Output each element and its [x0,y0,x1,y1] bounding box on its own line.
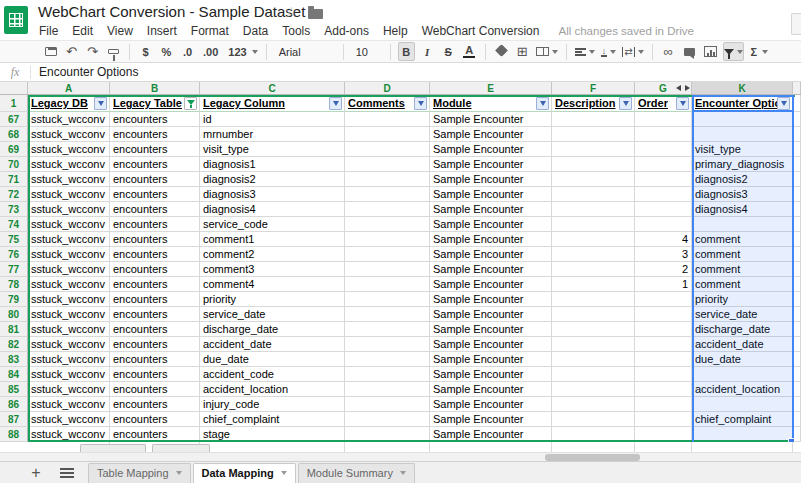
menu-add-ons[interactable]: Add-ons [317,24,376,38]
cell-d85[interactable] [345,382,430,397]
cell-c72[interactable]: diagnosis3 [200,187,345,202]
column-header-f[interactable]: F [552,82,635,94]
sheet-tab-data-mapping[interactable]: Data Mapping [193,463,296,483]
cell-g83[interactable] [635,352,692,367]
cell-f67[interactable] [552,112,635,127]
cell-a87[interactable]: sstuck_wcconv [28,412,110,427]
cell-f86[interactable] [552,397,635,412]
cell-f87[interactable] [552,412,635,427]
merge-cells-icon[interactable] [535,42,559,61]
cell-e74[interactable]: Sample Encounter [430,217,552,232]
row-header-72[interactable]: 72 [0,187,28,202]
cell-f81[interactable] [552,322,635,337]
cell-c67[interactable]: id [200,112,345,127]
cell-e80[interactable]: Sample Encounter [430,307,552,322]
cell-k71[interactable]: diagnosis2 [692,172,793,187]
filter-dropdown-icon[interactable] [94,97,107,110]
cell-e86[interactable]: Sample Encounter [430,397,552,412]
cell-f72[interactable] [552,187,635,202]
cell-d74[interactable] [345,217,430,232]
cell-e75[interactable]: Sample Encounter [430,232,552,247]
row-header-78[interactable]: 78 [0,277,28,292]
sheet-tab-table-mapping[interactable]: Table Mapping [88,463,191,483]
cell-e77[interactable]: Sample Encounter [430,262,552,277]
filter-button[interactable] [723,42,744,61]
cell-c87[interactable]: chief_complaint [200,412,345,427]
cell-f76[interactable] [552,247,635,262]
star-icon[interactable]: ☆ [285,4,298,20]
cell-d81[interactable] [345,322,430,337]
cell-b84[interactable]: encounters [110,367,200,382]
row-header-75[interactable]: 75 [0,232,28,247]
cell-a73[interactable]: sstuck_wcconv [28,202,110,217]
cell-f70[interactable] [552,157,635,172]
cell-c75[interactable]: comment1 [200,232,345,247]
cell-f80[interactable] [552,307,635,322]
cell-d84[interactable] [345,367,430,382]
insert-comment-icon[interactable] [681,42,698,61]
cell-b72[interactable]: encounters [110,187,200,202]
filter-dropdown-icon[interactable] [329,97,342,110]
functions-button[interactable]: Σ [748,42,770,61]
cell-b71[interactable]: encounters [110,172,200,187]
row-header-85[interactable]: 85 [0,382,28,397]
cell-k70[interactable]: primary_diagnosis [692,157,793,172]
paint-format-icon[interactable] [105,42,122,61]
cell-a75[interactable]: sstuck_wcconv [28,232,110,247]
cell-f79[interactable] [552,292,635,307]
cell-k83[interactable]: due_date [692,352,793,367]
cell-c82[interactable]: accident_date [200,337,345,352]
print-icon[interactable] [42,42,59,61]
row-header-86[interactable]: 86 [0,397,28,412]
cell-d88[interactable] [345,427,430,442]
cell-a68[interactable]: sstuck_wcconv [28,127,110,142]
cell-k85[interactable]: accident_location [692,382,793,397]
cell-c81[interactable]: discharge_date [200,322,345,337]
cell-c83[interactable]: due_date [200,352,345,367]
row-header-74[interactable]: 74 [0,217,28,232]
row-header-83[interactable]: 83 [0,352,28,367]
header-cell-a1[interactable]: Legacy DB [28,95,110,112]
cell-b87[interactable]: encounters [110,412,200,427]
cell-d82[interactable] [345,337,430,352]
scrollbar-thumb[interactable] [545,454,640,461]
cell-f73[interactable] [552,202,635,217]
cell-d86[interactable] [345,397,430,412]
cell-k86[interactable] [692,397,793,412]
cell-a70[interactable]: sstuck_wcconv [28,157,110,172]
filter-dropdown-icon[interactable] [536,97,549,110]
number-format-button[interactable]: 123 [225,42,258,61]
cell-k84[interactable] [692,367,793,382]
cell-b79[interactable]: encounters [110,292,200,307]
cell-c70[interactable]: diagnosis1 [200,157,345,172]
select-all-corner[interactable] [0,82,28,94]
cell-b68[interactable]: encounters [110,127,200,142]
cell-a88[interactable]: sstuck_wcconv [28,427,110,442]
cell-b86[interactable]: encounters [110,397,200,412]
row-header-81[interactable]: 81 [0,322,28,337]
cell-g78[interactable]: 1 [635,277,692,292]
row-header-71[interactable]: 71 [0,172,28,187]
cell-d83[interactable] [345,352,430,367]
cell-b80[interactable]: encounters [110,307,200,322]
cell-f77[interactable] [552,262,635,277]
cell-f82[interactable] [552,337,635,352]
format-percent-button[interactable]: % [158,42,175,61]
cell-b76[interactable]: encounters [110,247,200,262]
cell-g68[interactable] [635,127,692,142]
horizontal-scrollbar[interactable] [0,452,801,461]
cell-k88[interactable] [692,427,793,442]
cell-d78[interactable] [345,277,430,292]
bold-button[interactable]: B [398,42,415,61]
undo-icon[interactable]: ↶ [63,42,80,61]
cell-f74[interactable] [552,217,635,232]
cell-c74[interactable]: service_code [200,217,345,232]
header-cell-k1[interactable]: Encounter Options [692,95,793,112]
cell-d76[interactable] [345,247,430,262]
cell-f85[interactable] [552,382,635,397]
cell-b81[interactable]: encounters [110,322,200,337]
cell-e82[interactable]: Sample Encounter [430,337,552,352]
header-cell-g1[interactable]: Order [635,95,692,112]
cell-c76[interactable]: comment2 [200,247,345,262]
cell-g84[interactable] [635,367,692,382]
